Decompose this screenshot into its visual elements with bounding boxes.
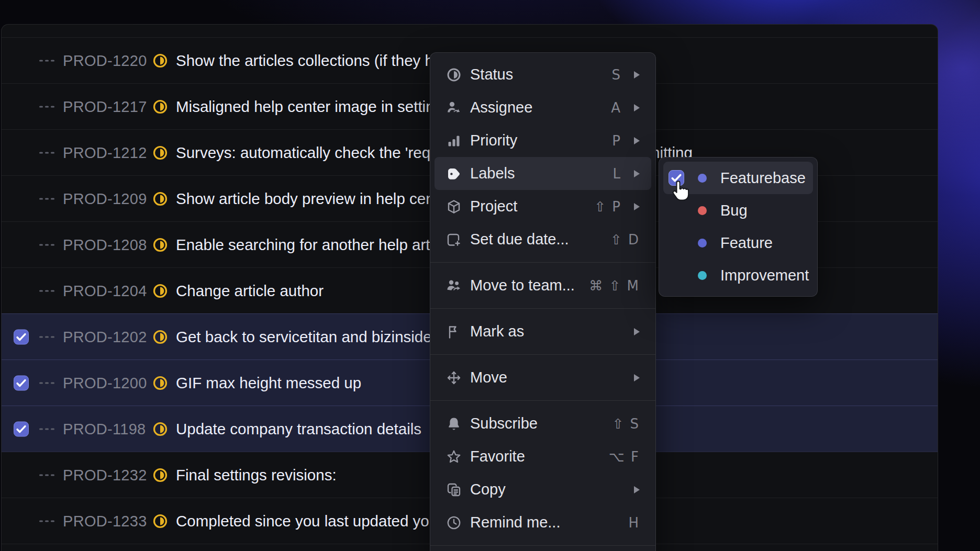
status-icon <box>446 67 462 83</box>
in-progress-status-icon[interactable] <box>152 329 168 345</box>
in-progress-status-icon[interactable] <box>152 467 168 483</box>
issue-title: Update company transaction details <box>176 420 421 438</box>
in-progress-status-icon[interactable] <box>152 375 168 391</box>
no-priority-icon[interactable] <box>39 106 54 107</box>
menu-item-copy[interactable]: Copy <box>435 473 651 506</box>
move-to-team-icon <box>446 278 462 294</box>
flag-icon <box>446 324 462 340</box>
menu-item-priority[interactable]: Priority P <box>435 124 651 157</box>
context-menu: Status S Assignee A Priority P Labels L … <box>430 52 656 551</box>
menu-divider <box>430 354 655 355</box>
issue-title: Get back to servicetitan and bizinsider <box>176 328 437 346</box>
issue-id: PROD-1212 <box>63 144 147 161</box>
issue-title: Show article body preview in help center <box>176 190 452 208</box>
issue-title: GIF max height messed up <box>176 374 361 392</box>
issue-title: Misaligned help center image in settings <box>176 98 451 116</box>
submenu-caret-icon <box>634 71 640 78</box>
no-priority-icon[interactable] <box>39 290 54 291</box>
submenu-caret-icon <box>634 374 640 381</box>
label-color-dot <box>698 206 707 215</box>
submenu-caret-icon <box>634 486 640 493</box>
star-icon <box>446 449 462 465</box>
issue-title: Final settings revisions: <box>176 466 337 484</box>
in-progress-status-icon[interactable] <box>152 191 168 207</box>
label-color-dot <box>698 174 707 183</box>
priority-icon <box>446 133 462 149</box>
in-progress-status-icon[interactable] <box>152 237 168 253</box>
move-icon <box>446 370 462 386</box>
menu-divider <box>430 308 655 309</box>
issue-id: PROD-1217 <box>63 98 147 115</box>
label-checkbox-unchecked[interactable] <box>669 267 684 283</box>
mouse-cursor-pointer <box>669 179 693 205</box>
issue-id: PROD-1208 <box>63 236 147 253</box>
label-checkbox-unchecked[interactable] <box>669 235 684 251</box>
submenu-caret-icon <box>634 137 640 144</box>
in-progress-status-icon[interactable] <box>152 53 168 69</box>
issue-id: PROD-1198 <box>63 420 146 437</box>
issue-id: PROD-1202 <box>63 328 147 345</box>
no-priority-icon[interactable] <box>39 474 54 476</box>
no-priority-icon[interactable] <box>39 382 54 384</box>
label-color-dot <box>698 271 707 280</box>
assignee-icon <box>446 100 462 116</box>
issue-id: PROD-1220 <box>63 52 147 69</box>
no-priority-icon[interactable] <box>39 244 54 245</box>
submenu-caret-icon <box>634 328 640 335</box>
in-progress-status-icon[interactable] <box>152 421 168 437</box>
labels-icon <box>446 166 462 182</box>
label-color-dot <box>698 239 707 248</box>
clock-icon <box>446 515 462 531</box>
issue-id: PROD-1209 <box>63 190 147 207</box>
labels-submenu: Featurebase Bug Feature Improvement <box>659 157 818 297</box>
in-progress-status-icon[interactable] <box>152 99 168 115</box>
bell-icon <box>446 416 462 432</box>
submenu-caret-icon <box>634 170 640 177</box>
issue-title: Enable searching for another help articl… <box>176 236 453 254</box>
menu-item-status[interactable]: Status S <box>435 58 651 91</box>
issue-id: PROD-1204 <box>63 282 147 299</box>
no-priority-icon[interactable] <box>39 60 54 61</box>
no-priority-icon[interactable] <box>39 152 54 153</box>
menu-item-project[interactable]: Project ⇧ P <box>435 190 651 223</box>
no-priority-icon[interactable] <box>39 520 54 522</box>
no-priority-icon[interactable] <box>39 198 54 199</box>
issue-id: PROD-1232 <box>63 466 147 483</box>
row-checkbox[interactable] <box>14 421 29 436</box>
submenu-caret-icon <box>634 104 640 111</box>
project-icon <box>446 199 462 215</box>
label-option-improvement[interactable]: Improvement <box>663 259 813 291</box>
menu-item-labels[interactable]: Labels L <box>435 157 651 190</box>
issue-id: PROD-1233 <box>63 512 147 530</box>
menu-item-favorite[interactable]: Favorite ⌥ F <box>435 440 651 473</box>
label-option-feature[interactable]: Feature <box>663 227 813 259</box>
menu-item-mark-as[interactable]: Mark as <box>435 315 651 348</box>
no-priority-icon[interactable] <box>39 428 54 430</box>
due-date-icon <box>446 232 462 248</box>
menu-item-move-to-team[interactable]: Move to team... ⌘ ⇧ M <box>435 269 651 302</box>
menu-item-subscribe[interactable]: Subscribe ⇧ S <box>435 407 651 440</box>
menu-divider <box>430 545 655 546</box>
in-progress-status-icon[interactable] <box>152 283 168 299</box>
menu-item-remind-me[interactable]: Remind me... H <box>435 506 651 539</box>
menu-item-assignee[interactable]: Assignee A <box>435 91 651 124</box>
copy-icon <box>446 482 462 498</box>
in-progress-status-icon[interactable] <box>152 513 168 529</box>
menu-divider <box>430 262 655 263</box>
no-priority-icon[interactable] <box>39 336 54 338</box>
row-checkbox[interactable] <box>14 329 29 344</box>
row-checkbox[interactable] <box>14 375 29 390</box>
issue-id: PROD-1200 <box>63 374 147 391</box>
issue-title: Show the articles collections (if they h… <box>176 52 463 70</box>
menu-item-set-due-date[interactable]: Set due date... ⇧ D <box>435 223 651 256</box>
menu-item-move[interactable]: Move <box>435 361 651 394</box>
menu-divider <box>430 400 655 401</box>
submenu-caret-icon <box>634 203 640 210</box>
issue-title: Change article author <box>176 282 324 300</box>
in-progress-status-icon[interactable] <box>152 145 168 161</box>
